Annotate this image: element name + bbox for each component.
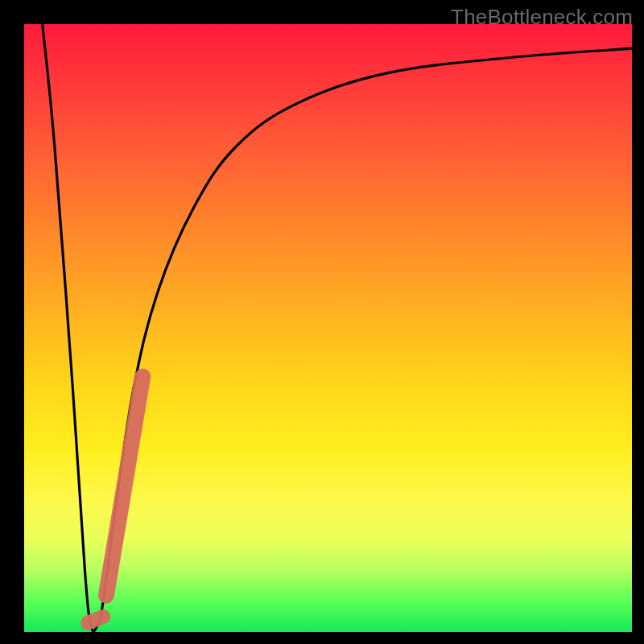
chart-svg [24, 24, 632, 632]
chart-stage: TheBottleneck.com [0, 0, 644, 644]
watermark-text: TheBottleneck.com [451, 5, 633, 30]
plot-area [24, 24, 632, 632]
highlight-segment [106, 377, 142, 596]
highlight-flat [88, 617, 103, 623]
bottleneck-curve [43, 24, 632, 631]
